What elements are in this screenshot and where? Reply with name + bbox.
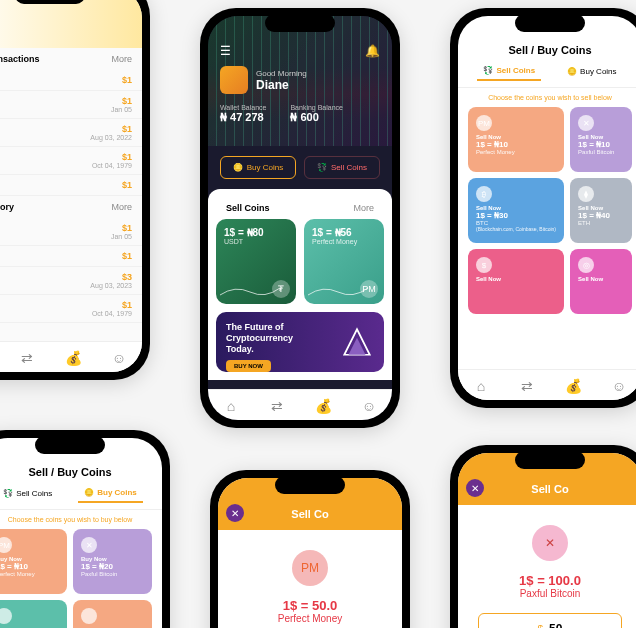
coin-grid-card[interactable]: ◎Sell Now (570, 249, 632, 314)
wallet-balance-value: ₦ 47 278 (220, 111, 266, 124)
greeting-label: Good Morning (256, 69, 307, 78)
more-link[interactable]: More (111, 202, 132, 212)
close-button[interactable]: ✕ (466, 479, 484, 497)
wallet-icon[interactable]: 💰 (564, 378, 582, 392)
transaction-row[interactable]: mpleted$1 (0, 246, 142, 267)
section-title: ent Transactions (0, 54, 40, 64)
coin-rate: 1$ = ₦40 (578, 211, 624, 220)
transaction-row[interactable]: mpleted$3Aug 03, 2023 (0, 267, 142, 295)
recent-transactions-header: ent Transactions More (0, 48, 142, 70)
coin-grid-card[interactable]: ₿Sell Now1$ = ₦30BTC(Blockchain.com, Coi… (468, 178, 564, 243)
phone-transactions: ent Transactions More mpleted$1mpleted$1… (0, 0, 150, 380)
tx-amount: $1 (111, 96, 132, 106)
modal-title: Sell Co (458, 483, 636, 495)
coin-grid-card[interactable]: Buy Now (73, 600, 152, 628)
transaction-row[interactable]: mpleted$1 (0, 175, 142, 196)
buy-coins-button[interactable]: 🪙 Buy Coins (220, 156, 296, 179)
coin-grid-card[interactable]: ⧫Sell Now1$ = ₦40ETH (570, 178, 632, 243)
more-link[interactable]: More (111, 54, 132, 64)
home-icon[interactable]: ⌂ (222, 398, 240, 412)
wallet-icon[interactable]: 💰 (64, 350, 82, 364)
profile-icon[interactable]: ☺ (610, 378, 628, 392)
coin-rate: 1$ = 100.0 (478, 573, 622, 588)
avatar[interactable] (220, 66, 248, 94)
tx-amount: $1 (90, 124, 132, 134)
coin-grid-card[interactable]: $Sell Now (468, 249, 564, 314)
coin-grid-card[interactable]: PMBuy Now1$ = ₦10Perfect Money (0, 529, 67, 594)
phone-sell-paxful: ✕ Sell Co ✕ 1$ = 100.0 Paxful Bitcoin $ … (450, 445, 636, 628)
coin-icon: PM (360, 280, 378, 298)
buy-now-button[interactable]: BUY NOW (226, 360, 271, 372)
tab-sell-coins[interactable]: 💱 Sell Coins (0, 484, 58, 503)
coin-name: USDT (224, 238, 288, 245)
sell-now-label: Sell Now (476, 276, 556, 282)
tx-amount: $1 (122, 75, 132, 85)
wallet-icon[interactable]: 💰 (314, 398, 332, 412)
coin-icon: PM (292, 550, 328, 586)
coin-grid-card[interactable]: PMSell Now1$ = ₦10Perfect Money (468, 107, 564, 172)
coin-icon (0, 608, 12, 624)
coin-grid-card[interactable]: ✕Sell Now1$ = ₦10Paxful Bitcoin (570, 107, 632, 172)
coin-icon: PM (476, 115, 492, 131)
coin-icon: ✕ (81, 537, 97, 553)
coin-icon: ⧫ (578, 186, 594, 202)
bottom-nav: ⌂ ⇄ 💰 ☺ (0, 341, 142, 372)
tx-date: Jan 05 (111, 233, 132, 240)
tx-amount: $1 (122, 180, 132, 190)
phone-buy-coins: Sell / Buy Coins 💱 Sell Coins 🪙 Buy Coin… (0, 430, 170, 628)
tab-buy-coins[interactable]: 🪙 Buy Coins (561, 62, 622, 81)
tab-sell-coins[interactable]: 💱 Sell Coins (477, 62, 541, 81)
tab-subtitle: Choose the coins you wish to sell below (458, 88, 636, 107)
coin-icon (81, 608, 97, 624)
promo-banner[interactable]: The Future of Cryptocurrency Today. BUY … (216, 312, 384, 372)
close-button[interactable]: ✕ (226, 504, 244, 522)
bottom-nav: ⌂ ⇄ 💰 ☺ (458, 369, 636, 400)
exchange-icon[interactable]: ⇄ (518, 378, 536, 392)
tx-date: Aug 03, 2022 (90, 134, 132, 141)
amount-input[interactable]: $ 50 (478, 613, 622, 628)
tx-amount: $1 (122, 251, 132, 261)
coin-name: Paxful Bitcoin (578, 149, 624, 155)
more-link[interactable]: More (353, 203, 374, 213)
coin-name: Perfect Money (312, 238, 376, 245)
exchange-icon[interactable]: ⇄ (18, 350, 36, 364)
tab-buy-coins[interactable]: 🪙 Buy Coins (78, 484, 143, 503)
sell-coins-title: Sell Coins (226, 203, 270, 213)
user-name: Diane (256, 78, 307, 92)
coin-card[interactable]: 1$ = ₦80USDT₮ (216, 219, 296, 304)
coin-rate: 1$ = ₦10 (0, 562, 59, 571)
profile-icon[interactable]: ☺ (110, 350, 128, 364)
bottom-nav: ⌂ ⇄ 💰 ☺ (208, 389, 392, 420)
coin-icon: $ (476, 257, 492, 273)
menu-icon[interactable]: ☰ (220, 44, 231, 58)
coin-name: Perfect Money (0, 571, 59, 577)
tx-amount: $3 (90, 272, 132, 282)
coin-rate: 1$ = ₦10 (578, 140, 624, 149)
coin-grid-card[interactable]: Buy Now (0, 600, 67, 628)
section-title: les History (0, 202, 14, 212)
bell-icon[interactable]: 🔔 (365, 44, 380, 58)
coin-icon: ◎ (578, 257, 594, 273)
sell-coins-button[interactable]: 💱 Sell Coins (304, 156, 380, 179)
exchange-icon[interactable]: ⇄ (268, 398, 286, 412)
coin-name: Perfect Money (476, 149, 556, 155)
profile-icon[interactable]: ☺ (360, 398, 378, 412)
transaction-row[interactable]: mpleted$1 (0, 70, 142, 91)
coin-rate: 1$ = ₦80 (224, 227, 288, 238)
coin-rate: 1$ = ₦30 (476, 211, 556, 220)
transaction-row[interactable]: mpleted$1Jan 05 (0, 218, 142, 246)
transaction-row[interactable]: mpleted$1Jan 05 (0, 91, 142, 119)
currency-symbol: $ (538, 624, 544, 629)
coin-card[interactable]: 1$ = ₦56Perfect MoneyPM (304, 219, 384, 304)
home-icon[interactable]: ⌂ (472, 378, 490, 392)
coin-grid-card[interactable]: ✕Buy Now1$ = ₦20Paxful Bitcoin (73, 529, 152, 594)
transaction-row[interactable]: mpleted$1Aug 03, 2022 (0, 119, 142, 147)
transaction-row[interactable]: mpleted$1Oct 04, 1979 (0, 147, 142, 175)
tx-date: Oct 04, 1979 (92, 162, 132, 169)
transaction-row[interactable]: mpleted$1Oct 04, 1979 (0, 295, 142, 323)
coin-rate: 1$ = 50.0 (238, 598, 382, 613)
banner-title: The Future of Cryptocurrency Today. (226, 322, 315, 354)
tx-date: Jan 05 (111, 106, 132, 113)
triangle-icon (340, 325, 374, 359)
coin-name: Paxful Bitcoin (478, 588, 622, 599)
